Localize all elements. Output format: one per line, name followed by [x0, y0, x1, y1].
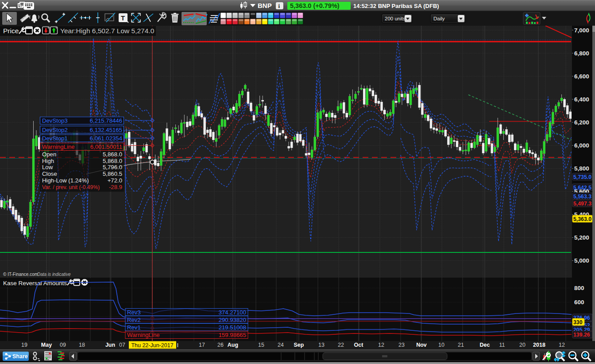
svg-text:5,563.3: 5,563.3	[573, 194, 591, 200]
svg-text:800: 800	[574, 285, 584, 291]
svg-text:Rev2: Rev2	[127, 317, 141, 323]
svg-text:6,215.78446: 6,215.78446	[90, 117, 122, 124]
svg-text:Year:High 6,502.7 Low 5,274.0: Year:High 6,502.7 Low 5,274.0	[60, 27, 155, 35]
svg-text:5,868.0: 5,868.0	[103, 151, 122, 158]
svg-text:BNP: BNP	[258, 2, 272, 9]
svg-text:5,800: 5,800	[574, 165, 589, 172]
svg-text:-28.9: -28.9	[109, 184, 122, 190]
svg-text:DevStop1: DevStop1	[42, 135, 68, 142]
svg-text:5,868.0: 5,868.0	[103, 158, 122, 164]
svg-text:WarningLine: WarningLine	[42, 143, 75, 150]
svg-text:High: High	[42, 158, 54, 164]
svg-text:290.93820: 290.93820	[219, 317, 246, 323]
svg-text:23: 23	[398, 342, 405, 348]
svg-text:20: 20	[519, 342, 525, 348]
svg-text:High-Low (1.24%): High-Low (1.24%)	[42, 177, 89, 184]
svg-text:17: 17	[199, 342, 205, 348]
svg-text:Nov: Nov	[416, 342, 427, 348]
svg-text:12: 12	[378, 342, 384, 348]
svg-text:May: May	[41, 342, 52, 348]
svg-text:Close: Close	[42, 170, 57, 177]
svg-text:Data is indicative: Data is indicative	[37, 272, 71, 277]
svg-text:159.98665: 159.98665	[219, 332, 246, 338]
svg-text:5,000: 5,000	[574, 257, 589, 264]
svg-text:24: 24	[278, 342, 284, 348]
svg-text:22: 22	[338, 342, 344, 348]
svg-text:Kase Reversal Amounts: Kase Reversal Amounts	[3, 280, 67, 287]
svg-text:09: 09	[60, 342, 66, 348]
svg-text:6,800: 6,800	[574, 50, 589, 57]
svg-text:11: 11	[499, 342, 505, 348]
svg-text:330: 330	[573, 319, 583, 325]
svg-text:15: 15	[258, 342, 264, 348]
svg-text:18: 18	[79, 342, 85, 348]
svg-text:5,860.5: 5,860.5	[103, 170, 122, 177]
svg-text:i: i	[278, 3, 280, 9]
svg-text:Open: Open	[42, 151, 56, 158]
svg-text:5,796.0: 5,796.0	[103, 164, 122, 170]
svg-text:DevStop2: DevStop2	[42, 127, 68, 133]
svg-text:139.26: 139.26	[573, 332, 590, 338]
svg-text:6,001.50011: 6,001.50011	[90, 143, 122, 150]
svg-text:Dec: Dec	[480, 342, 490, 348]
svg-text:Jun: Jun	[105, 342, 115, 348]
svg-text:DevStop3: DevStop3	[42, 117, 68, 124]
svg-text:19: 19	[21, 342, 27, 348]
svg-text:7,000: 7,000	[574, 27, 589, 34]
svg-text:5,735.0: 5,735.0	[573, 174, 591, 180]
svg-text:Share: Share	[12, 353, 28, 360]
svg-text:© IT-Finance.com: © IT-Finance.com	[3, 272, 38, 277]
svg-text:07: 07	[119, 342, 125, 348]
svg-text:14:52:32 BNP Paribas SA (DFB): 14:52:32 BNP Paribas SA (DFB)	[353, 3, 439, 9]
svg-text:374.27100: 374.27100	[219, 309, 246, 316]
svg-text:Aug: Aug	[228, 342, 238, 348]
svg-text:21: 21	[458, 342, 464, 348]
svg-text:219.51008: 219.51008	[219, 324, 246, 331]
svg-text:T: T	[121, 14, 125, 22]
svg-text:WarningLine: WarningLine	[127, 332, 160, 338]
svg-text:+72.0: +72.0	[108, 177, 122, 184]
svg-text:6,600: 6,600	[574, 73, 589, 80]
svg-text:Price: Price	[3, 27, 19, 35]
svg-text:5,363.0 (+0.79%): 5,363.0 (+0.79%)	[290, 2, 340, 9]
svg-text:6,000: 6,000	[574, 142, 589, 149]
svg-text:Sep: Sep	[294, 342, 304, 348]
svg-text:Oct: Oct	[354, 342, 364, 348]
svg-text:12: 12	[559, 342, 565, 348]
svg-text:Low: Low	[42, 164, 53, 170]
svg-text:5,200: 5,200	[574, 234, 589, 241]
svg-text:10: 10	[438, 342, 444, 348]
svg-text:2018: 2018	[533, 342, 545, 348]
svg-text:l: l	[177, 342, 178, 349]
svg-text:5,497.3: 5,497.3	[573, 201, 591, 207]
svg-text:13: 13	[318, 342, 325, 348]
svg-text:600: 600	[574, 299, 584, 306]
svg-text:6,061.02354: 6,061.02354	[90, 135, 122, 142]
svg-text:6,132.45165: 6,132.45165	[90, 127, 122, 133]
svg-text:26: 26	[217, 342, 224, 348]
svg-text:6,400: 6,400	[574, 96, 589, 103]
svg-text:Thu 22-Jun-2017: Thu 22-Jun-2017	[131, 342, 173, 349]
svg-text:Rev3: Rev3	[127, 309, 141, 316]
svg-text:Var. / prev. unit (-0.49%): Var. / prev. unit (-0.49%)	[42, 184, 100, 190]
svg-text:Rev1: Rev1	[127, 324, 141, 331]
svg-text:6,200: 6,200	[574, 119, 589, 126]
svg-text:5,363.0: 5,363.0	[573, 216, 591, 222]
